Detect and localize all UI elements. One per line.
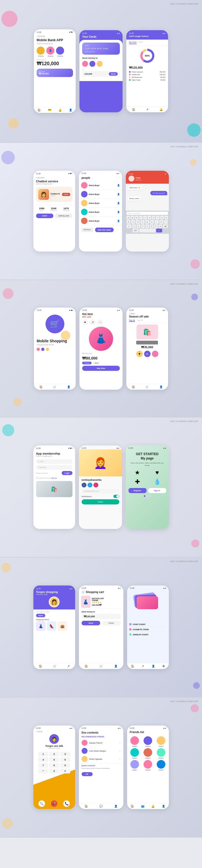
nav-ch[interactable]: 🏠 [85, 665, 88, 668]
rec-add-1[interactable]: + [119, 742, 121, 744]
signup-link[interactable]: sign up [51, 477, 57, 479]
facebook-icon[interactable]: f [82, 483, 86, 488]
rec-add-3[interactable]: + [119, 758, 121, 760]
friend-6[interactable]: Friend 6 [155, 748, 167, 759]
call-icon[interactable]: 📞 [63, 800, 70, 807]
people-item-5[interactable]: Debra Boyd 👤 [79, 217, 122, 225]
friend-8[interactable]: Friend 8 [142, 760, 154, 771]
like-btn[interactable]: ♥ [82, 319, 88, 326]
password-field[interactable]: Password [36, 465, 73, 470]
buy-now-btn[interactable]: Buy Now [82, 366, 120, 371]
nav-ts[interactable]: ↗ [67, 665, 69, 668]
follow-btn[interactable]: Follow [82, 499, 119, 504]
event-item-1[interactable]: START EVENT [129, 622, 167, 627]
instagram-icon[interactable]: i [93, 483, 98, 488]
nav-sh[interactable]: 🏠 [85, 805, 88, 808]
sns-ok-btn[interactable]: Ok [82, 772, 93, 776]
cart-delete-btn[interactable]: Delete [102, 621, 121, 625]
login-btn[interactable]: Login [62, 471, 72, 475]
nav-bell-3[interactable]: 🔔 [160, 108, 163, 111]
nav-cu[interactable]: 👤 [114, 665, 117, 668]
nav-user[interactable]: 👤 [69, 108, 72, 112]
nav-eh[interactable]: 🏠 [131, 665, 134, 668]
people-item-3[interactable]: Debra Boyd 👤 [79, 199, 122, 208]
talk-back[interactable]: < home [36, 731, 73, 733]
register-btn[interactable]: Register [128, 488, 146, 493]
nav-th[interactable]: 🏠 [39, 665, 42, 668]
event-item-2[interactable]: COSMETIC ITEMS [129, 627, 167, 632]
tag-2[interactable]: Style [93, 362, 100, 364]
nav-fh[interactable]: 🏠 [131, 805, 134, 808]
tab-mycard[interactable]: My Card [129, 41, 137, 44]
nav-home-3[interactable]: 🏠 [132, 108, 135, 111]
chat-action-btn[interactable]: CHAT [36, 214, 54, 218]
season-back[interactable]: < Back [129, 313, 165, 315]
product-thumb-3[interactable]: 👜 [58, 621, 67, 631]
friend-4[interactable]: Friend 4 [129, 748, 141, 759]
friend-3[interactable]: Friend 3 [155, 736, 167, 747]
friend-7[interactable]: Friend 7 [129, 760, 141, 771]
add-btn[interactable]: + [144, 351, 150, 357]
share-btn[interactable]: ↗ [90, 319, 96, 326]
friend-2[interactable]: Friend 2 [142, 736, 154, 747]
nav-cart-s[interactable]: 🛒 [53, 385, 56, 389]
nav-home-s[interactable]: 🏠 [39, 385, 42, 389]
nav-fu[interactable]: 👤 [162, 805, 165, 808]
people-item-1[interactable]: Debra Boyd 👤 [79, 181, 122, 190]
signin-btn[interactable]: Sign in [148, 488, 166, 493]
tab-top10[interactable]: Top 10 [129, 319, 135, 322]
rec-friend-3[interactable]: Fletion Ngantas + [79, 755, 123, 763]
send-btn[interactable]: Send [109, 72, 118, 76]
rec-friend-1[interactable]: Gasque Placent + [79, 739, 123, 747]
people-item-2[interactable]: Debra Boyd 👤 [79, 190, 122, 199]
nav-ff[interactable]: 👥 [141, 805, 144, 808]
nav-bell[interactable]: 🔔 [58, 108, 62, 112]
unfollow-btn[interactable]: UNFOLLOW [55, 214, 73, 218]
tab-point[interactable]: Point [139, 41, 143, 44]
forgot-text[interactable]: Forgot password [36, 472, 48, 474]
more-btn[interactable]: ⋯ [97, 319, 103, 326]
nav-c[interactable]: 🛒 [145, 385, 149, 389]
twitter-icon[interactable]: t [88, 483, 92, 488]
email-field[interactable]: E-mail [36, 459, 73, 464]
people-avatar-5 [81, 218, 88, 224]
friend-5[interactable]: Friend 5 [142, 748, 154, 759]
back-btn[interactable]: < Account [37, 35, 73, 37]
tab-top20[interactable]: Top 20 [137, 319, 143, 322]
toggle-switch[interactable] [113, 495, 119, 498]
nav-ec[interactable]: ↗ [142, 665, 144, 668]
cart-send-btn[interactable]: Send [82, 621, 100, 625]
search-icon[interactable]: 🔍 [38, 800, 45, 807]
nav-h[interactable]: 🏠 [132, 385, 135, 389]
nav-su[interactable]: 👤 [114, 805, 117, 808]
product-thumb-1[interactable]: 👗 [36, 621, 46, 631]
nav-eu[interactable]: 👤 [152, 665, 155, 668]
friend-9[interactable]: Friend 9 [155, 760, 167, 771]
event-item-3[interactable]: JEWELRY EVENT [129, 632, 167, 637]
nav-sc[interactable]: 💬 [99, 805, 103, 808]
tongro-share-btn[interactable]: share [36, 614, 46, 617]
chatbot-back[interactable]: < Account [36, 177, 73, 179]
nav-card[interactable]: 💳 [48, 108, 51, 112]
nav-es[interactable]: ⚙ [163, 665, 165, 668]
rec-friend-2[interactable]: Cues Reets Rasque + [79, 747, 123, 755]
tag-1[interactable]: Fashion [82, 362, 92, 364]
rec-add-2[interactable]: + [119, 750, 121, 752]
add-name-btn[interactable]: Add new name [95, 227, 114, 232]
nav-u[interactable]: 👤 [160, 385, 163, 389]
cart-btn[interactable]: 🛒 [152, 351, 158, 357]
nav-cc[interactable]: 🛒 [99, 665, 103, 668]
nav-fb[interactable]: 🔔 [151, 805, 154, 808]
nav-share-3[interactable]: ↗ [146, 108, 148, 111]
nav-tc[interactable]: 🛒 [53, 665, 56, 668]
message-input[interactable]: Type a message... [126, 212, 168, 215]
nav-user-s[interactable]: 👤 [67, 385, 70, 389]
nav-home[interactable]: 🏠 [37, 108, 41, 112]
friend-1[interactable]: Friend 1 [129, 736, 141, 747]
people-item-4[interactable]: Debra Boyd 👤 [79, 208, 122, 217]
mic-icon[interactable]: 🎤 [51, 800, 57, 807]
product-thumb-2[interactable]: 👠 [47, 621, 56, 631]
remove-btn[interactable]: Remove [81, 227, 93, 232]
chat-btn[interactable]: CHAT [62, 193, 70, 196]
fav-btn[interactable]: ♥ [136, 351, 143, 357]
